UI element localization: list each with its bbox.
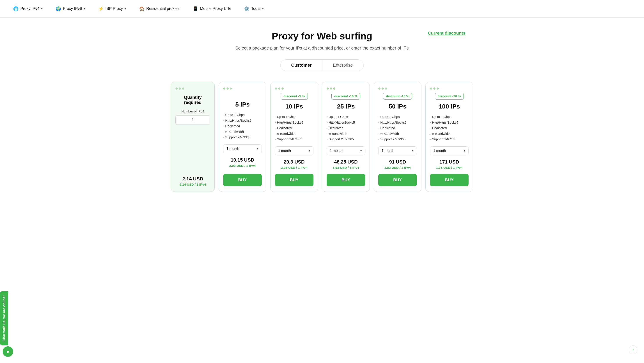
feature-item: - Dedicated <box>378 125 417 131</box>
feature-item: - Http/Https/Socks5 <box>430 120 468 125</box>
pricing-card-card-100: discount -20 % 100 IPs - Up to 1 Gbps- H… <box>426 82 473 192</box>
quantity-input[interactable] <box>176 115 210 125</box>
current-discounts-link[interactable]: Current discounts <box>428 31 466 36</box>
feature-item: - Support 24/7/365 <box>326 136 365 142</box>
price-main: 171 USD <box>430 159 468 165</box>
nav-label-residential: Residential proxies <box>146 6 180 11</box>
feature-list: - Up to 1 Gbps- Http/Https/Socks5- Dedic… <box>326 114 365 142</box>
feature-item: - Up to 1 Gbps <box>430 114 468 120</box>
card-title: 5 IPs <box>223 101 262 108</box>
dot-2 <box>433 88 436 90</box>
price-main: 48.25 USD <box>326 159 365 165</box>
residential-icon: 🏠 <box>139 6 144 12</box>
nav-item-residential[interactable]: 🏠 Residential proxies <box>139 6 180 12</box>
plan-tabs: Customer Enterprise <box>178 59 466 71</box>
dot-3 <box>282 88 284 90</box>
buy-button[interactable]: BUY <box>223 174 262 186</box>
dot-1 <box>275 88 277 90</box>
nav-item-tools[interactable]: ⚙️ Tools ▾ <box>244 6 264 12</box>
buy-button[interactable]: BUY <box>326 174 365 186</box>
dot-3 <box>182 88 184 90</box>
page-title: Proxy for Web surfing <box>178 31 466 42</box>
feature-item: - Dedicated <box>223 123 262 129</box>
price-main: 91 USD <box>378 159 417 165</box>
feature-item: - Support 24/7/365 <box>378 136 417 142</box>
feature-item: - Up to 1 Gbps <box>326 114 365 120</box>
period-select[interactable]: 1 month ▾ <box>378 146 417 155</box>
dot-3 <box>333 88 335 90</box>
pricing-cards: Quantity required Number of IPv4 2.14 US… <box>178 82 466 192</box>
feature-item: - ∞ Bandwidth <box>223 129 262 135</box>
price-per: 1.82 USD / 1 IPv4 <box>378 166 417 169</box>
price-main: 20.3 USD <box>275 159 314 165</box>
tab-customer[interactable]: Customer <box>280 60 322 71</box>
hero-subtitle: Select a package plan for your IPs at a … <box>178 46 466 51</box>
dot-2 <box>179 88 181 90</box>
discount-badge: discount -20 % <box>435 93 464 100</box>
dot-1 <box>430 88 432 90</box>
price-main: 10.15 USD <box>223 157 262 163</box>
pricing-card-card-50: discount -15 % 50 IPs - Up to 1 Gbps- Ht… <box>374 82 422 192</box>
card-title: 100 IPs <box>430 103 468 110</box>
feature-list: - Up to 1 Gbps- Http/Https/Socks5- Dedic… <box>378 114 417 142</box>
dot-3 <box>230 88 232 90</box>
nav-item-proxy-ipv4[interactable]: 🌐 Proxy IPv4 ▾ <box>13 6 42 12</box>
dot-3 <box>385 88 387 90</box>
nav-item-mobile[interactable]: 📱 Mobile Proxy LTE <box>193 6 231 12</box>
feature-list: - Up to 1 Gbps- Http/Https/Socks5- Dedic… <box>430 114 468 142</box>
dot-2 <box>382 88 384 90</box>
period-label: 1 month <box>382 149 394 153</box>
period-label: 1 month <box>433 149 446 153</box>
feature-item: - Support 24/7/365 <box>223 134 262 140</box>
feature-item: - Http/Https/Socks5 <box>275 120 314 125</box>
buy-button[interactable]: BUY <box>275 174 314 186</box>
main-nav: 🌐 Proxy IPv4 ▾ 🌍 Proxy IPv6 ▾ ⚡ ISP Prox… <box>0 0 644 18</box>
feature-list: - Up to 1 Gbps- Http/Https/Socks5- Dedic… <box>275 114 314 142</box>
nav-item-proxy-ipv6[interactable]: 🌍 Proxy IPv6 ▾ <box>56 6 85 12</box>
mobile-icon: 📱 <box>193 6 198 12</box>
price-per: 2.03 USD / 1 IPv4 <box>223 164 262 167</box>
tab-enterprise[interactable]: Enterprise <box>322 60 364 71</box>
card-dots <box>430 88 468 90</box>
feature-item: - Http/Https/Socks5 <box>223 118 262 123</box>
price-per: 1.71 USD / 1 IPv4 <box>430 166 468 169</box>
chevron-down-icon: ▾ <box>125 7 126 10</box>
period-select[interactable]: 1 month ▾ <box>430 146 468 155</box>
price-per: 1.93 USD / 1 IPv4 <box>326 166 365 169</box>
price-per: 2.03 USD / 1 IPv4 <box>275 166 314 169</box>
period-select[interactable]: 1 month ▾ <box>223 144 262 153</box>
dot-2 <box>278 88 280 90</box>
period-select[interactable]: 1 month ▾ <box>326 146 365 155</box>
card-title: 50 IPs <box>378 103 417 110</box>
card-dots <box>378 88 417 90</box>
feature-list: - Up to 1 Gbps- Http/Https/Socks5- Dedic… <box>223 112 262 140</box>
buy-button[interactable]: BUY <box>378 174 417 186</box>
chevron-down-icon: ▾ <box>412 149 414 152</box>
chevron-down-icon: ▾ <box>41 7 42 10</box>
feature-item: - Dedicated <box>275 125 314 131</box>
period-select[interactable]: 1 month ▾ <box>275 146 314 155</box>
nav-label-tools: Tools <box>251 6 260 11</box>
quantity-sublabel: Number of IPv4 <box>176 109 210 113</box>
dot-1 <box>176 88 178 90</box>
pricing-card-card-25: discount -10 % 25 IPs - Up to 1 Gbps- Ht… <box>322 82 370 192</box>
card-title: 10 IPs <box>275 103 314 110</box>
chevron-down-icon: ▾ <box>262 7 264 10</box>
discount-badge: discount -5 % <box>280 93 308 100</box>
period-label: 1 month <box>330 149 342 153</box>
period-label: 1 month <box>226 147 239 151</box>
proxy-ipv6-icon: 🌍 <box>56 6 61 12</box>
chevron-down-icon: ▾ <box>360 149 362 152</box>
card-dots <box>176 88 210 90</box>
feature-item: - Http/Https/Socks5 <box>378 120 417 125</box>
dot-1 <box>326 88 329 90</box>
quantity-card: Quantity required Number of IPv4 2.14 US… <box>171 82 215 192</box>
nav-item-isp-proxy[interactable]: ⚡ ISP Proxy ▾ <box>98 6 126 12</box>
main-content: Proxy for Web surfing Select a package p… <box>161 18 483 209</box>
feature-item: - Up to 1 Gbps <box>378 114 417 120</box>
chevron-down-icon: ▾ <box>309 149 310 152</box>
dot-2 <box>226 88 229 90</box>
buy-button[interactable]: BUY <box>430 174 468 186</box>
dot-1 <box>378 88 380 90</box>
card-dots <box>275 88 314 90</box>
